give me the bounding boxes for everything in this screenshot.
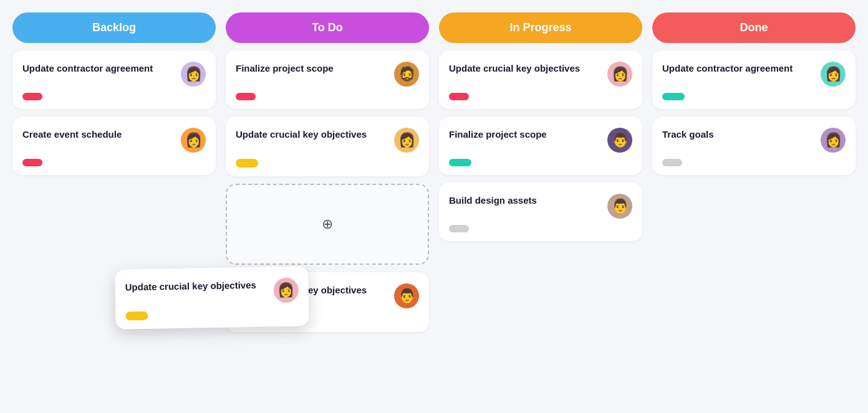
avatar: 👩 <box>821 128 846 153</box>
card-title: Build design assets <box>449 194 607 207</box>
status-tag <box>449 159 471 166</box>
avatar: 👩 <box>181 128 206 153</box>
status-tag <box>662 159 682 166</box>
card-title: Update crucial key objectives <box>449 62 607 75</box>
card-title: Update contractor agreement <box>662 62 821 75</box>
avatar: 👩 <box>394 128 419 153</box>
card-title: Create event schedule <box>22 128 181 141</box>
card[interactable]: Finalize project scope👨 <box>439 116 642 175</box>
card[interactable]: Update crucial key objectives👨 <box>226 272 429 332</box>
card[interactable]: Update contractor agreement👩 <box>12 50 216 109</box>
card[interactable]: Build design assets👨 <box>439 183 642 241</box>
card[interactable]: Track goals👩 <box>652 116 856 175</box>
status-tag <box>236 93 256 100</box>
card[interactable]: Update contractor agreement👩 <box>652 50 856 109</box>
move-icon: ⊕ <box>322 216 333 232</box>
status-tag <box>22 93 42 100</box>
status-tag <box>236 315 258 323</box>
status-tag <box>449 93 469 100</box>
column-header-backlog[interactable]: Backlog <box>12 12 216 43</box>
column-header-todo[interactable]: To Do <box>226 12 429 43</box>
card-content: Finalize project scope👨 <box>449 128 632 153</box>
card-title: Track goals <box>662 128 821 141</box>
column-done: DoneUpdate contractor agreement👩Track go… <box>652 12 856 175</box>
card-title: Update crucial key objectives <box>236 283 394 297</box>
card[interactable]: Create event schedule👩 <box>12 116 216 175</box>
card-content: Create event schedule👩 <box>22 128 206 153</box>
card-content: Update contractor agreement👩 <box>22 62 206 87</box>
avatar: 🧔 <box>394 62 419 87</box>
column-header-done[interactable]: Done <box>652 12 856 43</box>
column-backlog: BacklogUpdate contractor agreement👩Creat… <box>12 12 216 175</box>
column-header-inprogress[interactable]: In Progress <box>439 12 642 43</box>
card-title: Update contractor agreement <box>22 62 181 75</box>
kanban-board: BacklogUpdate contractor agreement👩Creat… <box>12 12 856 332</box>
card[interactable]: Update crucial key objectives👩 <box>226 116 429 176</box>
card-title: Finalize project scope <box>236 62 394 75</box>
avatar: 👩 <box>181 62 206 87</box>
card-content: Finalize project scope🧔 <box>236 62 419 87</box>
column-todo: To DoFinalize project scope🧔Update cruci… <box>226 12 429 332</box>
avatar: 👩 <box>821 62 846 87</box>
card-title: Update crucial key objectives <box>236 128 394 141</box>
avatar: 👨 <box>607 194 632 219</box>
status-tag <box>662 93 685 100</box>
card-title: Finalize project scope <box>449 128 607 141</box>
status-tag <box>236 159 258 168</box>
avatar: 👨 <box>394 283 419 308</box>
column-inprogress: In ProgressUpdate crucial key objectives… <box>439 12 642 241</box>
status-tag <box>449 225 469 232</box>
status-tag <box>22 159 42 166</box>
card-content: Track goals👩 <box>662 128 846 153</box>
card-content: Update crucial key objectives👩 <box>236 128 419 153</box>
card[interactable]: Update crucial key objectives👩 <box>439 50 642 109</box>
avatar: 👩 <box>607 62 632 87</box>
avatar: 👨 <box>607 128 632 153</box>
card[interactable]: Finalize project scope🧔 <box>226 50 429 109</box>
card-content: Update contractor agreement👩 <box>662 62 846 87</box>
card-content: Update crucial key objectives👨 <box>236 283 419 308</box>
card-content: Update crucial key objectives👩 <box>449 62 632 87</box>
drop-zone[interactable]: ⊕ <box>226 184 429 265</box>
card-content: Build design assets👨 <box>449 194 632 219</box>
